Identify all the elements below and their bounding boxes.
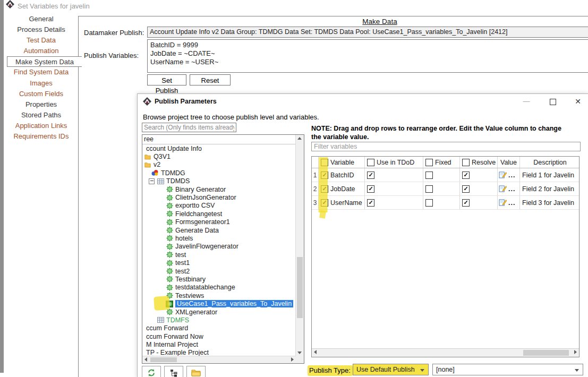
- collapse-icon[interactable]: [149, 178, 155, 184]
- tree-item[interactable]: Generate Data: [142, 226, 296, 234]
- resolve-cell: [460, 168, 498, 182]
- scroll-right-icon[interactable]: [574, 350, 577, 354]
- highlight-marker: [319, 210, 326, 219]
- tree-item[interactable]: exportto CSV: [142, 202, 296, 210]
- scrollbar-thumb[interactable]: [297, 257, 303, 318]
- folder-button[interactable]: [186, 366, 206, 377]
- tree-item[interactable]: Fieldchangetest: [142, 210, 296, 218]
- tree-item[interactable]: TDMFS: [142, 316, 296, 324]
- refresh-button[interactable]: [142, 366, 161, 377]
- fixed-all-checkbox[interactable]: [425, 159, 433, 166]
- tree-item-label: JavelinFlowgenerator: [175, 243, 238, 250]
- tree-horizontal-scrollbar[interactable]: [142, 356, 296, 363]
- variable-name: BatchID: [330, 172, 354, 179]
- tree-item[interactable]: Testbinary: [142, 275, 296, 283]
- use-in-tdod-checkbox[interactable]: [367, 172, 374, 179]
- tree-indent: [149, 320, 157, 320]
- fixed-checkbox[interactable]: [425, 185, 433, 193]
- set-publish-button[interactable]: Set Publish: [147, 74, 186, 85]
- scroll-left-icon[interactable]: [144, 357, 147, 362]
- value-edit-button[interactable]: ...: [508, 185, 515, 193]
- scroll-up-icon[interactable]: [297, 137, 302, 140]
- tree-item[interactable]: ccount Update Info: [142, 144, 296, 152]
- sidebar-item-custom-fields[interactable]: Custom Fields: [4, 89, 78, 99]
- tree-view-button[interactable]: [164, 366, 183, 377]
- folder-icon: [144, 153, 151, 160]
- publish-variables-textarea[interactable]: BatchID = 9999 JobDate = ~CDATE~ UserNam…: [147, 39, 588, 73]
- description-cell: Field 2 for Javelin: [520, 182, 579, 195]
- sidebar-item-automation[interactable]: Automation: [4, 46, 78, 56]
- use-in-tdod-all-checkbox[interactable]: [367, 159, 374, 166]
- fixed-checkbox[interactable]: [425, 172, 433, 179]
- tree-indent: [142, 173, 151, 173]
- sidebar-item-process-details[interactable]: Process Details: [4, 24, 78, 35]
- sidebar-item-properties[interactable]: Properties: [4, 99, 78, 110]
- datamaker-publish-field[interactable]: Account Update Info v2 Data Group: TDMDG…: [147, 27, 588, 38]
- tree-indent: [142, 312, 166, 312]
- publish-type-label: Publish Type:: [308, 365, 353, 376]
- resolve-all-checkbox[interactable]: [462, 159, 470, 166]
- chevron-down-icon: [575, 369, 579, 372]
- close-button[interactable]: ✕: [569, 94, 587, 109]
- tree-header: ree: [142, 135, 296, 144]
- tree-item[interactable]: ccum Forward: [142, 324, 296, 332]
- tree-item-label: TDMDG: [161, 169, 185, 177]
- tree-item[interactable]: TDMDS: [142, 177, 296, 185]
- sidebar-item-requirements-ids[interactable]: Requirements IDs: [4, 131, 78, 142]
- resolve-checkbox[interactable]: [462, 185, 470, 193]
- sidebar-item-test-data[interactable]: Test Data: [4, 35, 78, 46]
- scroll-down-icon[interactable]: [297, 352, 302, 354]
- tree-item[interactable]: hotels: [142, 234, 296, 242]
- scrollbar-thumb[interactable]: [523, 350, 569, 356]
- sidebar: GeneralProcess DetailsTest DataAutomatio…: [4, 14, 78, 142]
- sidebar-item-stored-paths[interactable]: Stored Paths: [4, 110, 78, 121]
- note-edit-icon[interactable]: [499, 172, 507, 178]
- filter-variables-input[interactable]: [311, 142, 581, 151]
- tree-item[interactable]: v2: [142, 161, 296, 169]
- tree-item[interactable]: test2: [142, 267, 296, 275]
- value-edit-button[interactable]: ...: [508, 199, 515, 207]
- tree-item[interactable]: Q3V1: [142, 152, 296, 160]
- tree-item[interactable]: testdatatablechange: [142, 284, 296, 292]
- tree-vertical-scrollbar[interactable]: [295, 135, 304, 356]
- use-in-tdod-checkbox[interactable]: [367, 185, 374, 193]
- resolve-checkbox[interactable]: [462, 199, 470, 207]
- sidebar-item-make-system-data[interactable]: Make System Data: [7, 56, 82, 67]
- use-in-tdod-checkbox[interactable]: [367, 199, 374, 207]
- tree-indent: [142, 238, 166, 238]
- fixed-checkbox[interactable]: [425, 199, 433, 207]
- scroll-right-icon[interactable]: [291, 357, 294, 362]
- note-edit-icon[interactable]: [499, 185, 507, 192]
- tree-item[interactable]: JavelinFlowgenerator: [142, 243, 296, 251]
- secondary-dropdown[interactable]: [none]: [432, 364, 583, 375]
- resolve-checkbox[interactable]: [462, 172, 470, 179]
- table-row[interactable]: 2JobDate...Field 2 for Javelin: [312, 182, 579, 196]
- maximize-button[interactable]: [542, 94, 564, 109]
- sidebar-item-general[interactable]: General: [4, 14, 78, 24]
- tree-item[interactable]: ccum Forward Now: [142, 332, 296, 340]
- tree-item[interactable]: TP - Example Project: [142, 349, 296, 356]
- scroll-left-icon[interactable]: [314, 350, 317, 354]
- tree-item[interactable]: M Internal Project: [142, 340, 296, 348]
- search-input[interactable]: [142, 123, 236, 132]
- tree-item[interactable]: test: [142, 251, 296, 259]
- value-edit-button[interactable]: ...: [508, 172, 515, 179]
- publish-type-dropdown[interactable]: Use Default Publish: [353, 364, 429, 375]
- table-row[interactable]: 1BatchID...Field 1 for Javelin: [312, 168, 579, 182]
- table-horizontal-scrollbar[interactable]: [312, 348, 579, 357]
- reset-button[interactable]: Reset: [190, 74, 231, 85]
- tree-item[interactable]: Binary Generator: [142, 185, 296, 193]
- sidebar-item-images[interactable]: Images: [4, 78, 78, 89]
- tree-item[interactable]: test1: [142, 259, 296, 267]
- window-title: Set Variables for javelin: [18, 2, 90, 10]
- table-row[interactable]: 3UserName...Field 3 for Javelin: [312, 196, 579, 210]
- refresh-icon: [147, 369, 156, 377]
- tree-item[interactable]: ClietnJsonGenerator: [142, 193, 296, 201]
- sidebar-item-application-links[interactable]: Application Links: [4, 121, 78, 131]
- tree-item[interactable]: Formsgenerateor1: [142, 218, 296, 226]
- minimize-button[interactable]: —: [516, 94, 537, 109]
- sidebar-item-find-system-data[interactable]: Find System Data: [4, 67, 78, 78]
- tree-item[interactable]: TDMDG: [142, 169, 296, 177]
- scrollbar-thumb[interactable]: [150, 357, 177, 362]
- note-edit-icon[interactable]: [499, 199, 507, 206]
